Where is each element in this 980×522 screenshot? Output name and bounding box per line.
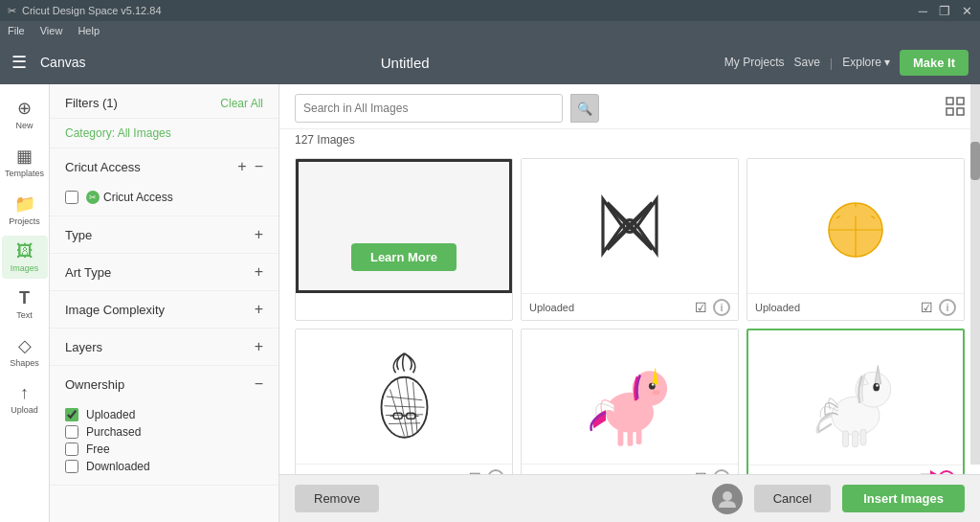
footer-label-bowtie: Uploaded bbox=[529, 302, 574, 313]
svg-line-16 bbox=[384, 406, 424, 408]
image-card-img-unicorn-white bbox=[748, 330, 963, 465]
sidebar-item-new[interactable]: ⊕ New bbox=[2, 92, 48, 136]
topnav-left: ☰ Canvas bbox=[11, 52, 85, 73]
avatar-icon bbox=[717, 488, 738, 510]
svg-rect-31 bbox=[636, 427, 642, 444]
filter-panel: Filters (1) Clear All Category: All Imag… bbox=[50, 84, 279, 522]
scrollbar-thumb[interactable] bbox=[970, 142, 980, 180]
bottom-bar: Remove Cancel Insert Images bbox=[279, 474, 980, 522]
add-type-icon[interactable]: + bbox=[255, 226, 263, 243]
minimize-icon[interactable]: ─ bbox=[919, 4, 927, 18]
select-checkbox-citrus[interactable]: ☑ bbox=[921, 300, 933, 315]
free-checkbox[interactable] bbox=[65, 443, 78, 456]
menu-file[interactable]: File bbox=[8, 25, 25, 36]
close-icon[interactable]: ✕ bbox=[962, 4, 972, 18]
filter-section-art-type-header[interactable]: Art Type + bbox=[50, 254, 278, 290]
select-checkbox-bowtie[interactable]: ☑ bbox=[695, 300, 707, 315]
projects-icon: 📁 bbox=[14, 193, 35, 215]
add-image-complexity-icon[interactable]: + bbox=[255, 301, 263, 318]
cricut-access-checkbox[interactable] bbox=[65, 191, 78, 204]
svg-rect-3 bbox=[957, 108, 964, 115]
grid-view-button[interactable] bbox=[946, 97, 965, 121]
sidebar-item-images[interactable]: 🖼 Images bbox=[2, 236, 48, 279]
image-grid: Learn More Uploaded bbox=[279, 154, 980, 522]
titlebar: ✂ Cricut Design Space v5.12.84 ─ ❐ ✕ bbox=[0, 0, 980, 21]
svg-rect-40 bbox=[853, 431, 858, 447]
pineapple-svg bbox=[368, 339, 440, 454]
image-card-learn-more: Learn More bbox=[295, 158, 513, 321]
ownership-downloaded-row: Downloaded bbox=[65, 458, 263, 475]
svg-rect-1 bbox=[957, 98, 964, 104]
free-label: Free bbox=[86, 443, 110, 456]
hamburger-menu-icon[interactable]: ☰ bbox=[11, 52, 27, 73]
image-card-unicorn-pink[interactable]: Uploaded ☑ i bbox=[521, 329, 739, 493]
image-card-unicorn-white[interactable]: Uploaded ☑ i bbox=[746, 329, 965, 493]
ownership-free-row: Free bbox=[65, 441, 263, 458]
svg-point-38 bbox=[876, 384, 879, 387]
sidebar-item-projects[interactable]: 📁 Projects bbox=[2, 188, 48, 232]
filter-section-cricut-access-header[interactable]: Cricut Access + − bbox=[50, 148, 278, 185]
info-button-bowtie[interactable]: i bbox=[713, 299, 730, 316]
menu-view[interactable]: View bbox=[40, 25, 63, 36]
text-icon: T bbox=[19, 288, 30, 308]
svg-line-17 bbox=[386, 415, 423, 416]
info-button-citrus[interactable]: i bbox=[939, 299, 956, 316]
new-icon: ⊕ bbox=[17, 98, 32, 119]
learn-more-button[interactable]: Learn More bbox=[351, 243, 457, 271]
cancel-button[interactable]: Cancel bbox=[754, 485, 831, 512]
layers-title: Layers bbox=[65, 340, 102, 354]
search-button[interactable]: 🔍 bbox=[570, 94, 599, 123]
purchased-checkbox[interactable] bbox=[65, 425, 78, 439]
filters-label: Filters (1) bbox=[65, 96, 118, 110]
my-projects-button[interactable]: My Projects bbox=[724, 56, 785, 69]
sidebar-item-text[interactable]: T Text bbox=[2, 283, 48, 326]
user-avatar bbox=[712, 484, 743, 514]
category-bar: Category: All Images bbox=[50, 119, 278, 148]
save-button[interactable]: Save bbox=[793, 56, 819, 69]
remove-button[interactable]: Remove bbox=[295, 485, 379, 512]
filter-section-type-header[interactable]: Type + bbox=[50, 216, 278, 253]
svg-line-15 bbox=[386, 397, 422, 400]
search-input[interactable] bbox=[295, 94, 563, 123]
filter-section-type: Type + bbox=[50, 216, 278, 254]
ownership-uploaded-row: Uploaded bbox=[65, 406, 263, 423]
remove-ownership-icon[interactable]: − bbox=[255, 375, 263, 393]
svg-rect-0 bbox=[947, 98, 953, 104]
add-art-type-icon[interactable]: + bbox=[255, 263, 263, 281]
image-card-citrus[interactable]: Uploaded ☑ i bbox=[746, 158, 965, 321]
image-card-pineapple[interactable]: Uploaded ☑ i bbox=[295, 329, 513, 493]
explore-button[interactable]: Explore ▾ bbox=[842, 56, 890, 69]
right-scrollbar[interactable] bbox=[970, 84, 980, 465]
image-card-bowtie[interactable]: Uploaded ☑ i bbox=[521, 158, 739, 321]
filter-section-ownership-header[interactable]: Ownership − bbox=[50, 366, 278, 402]
sidebar-icons: ⊕ New ▦ Templates 📁 Projects 🖼 Images T … bbox=[0, 84, 50, 522]
filter-section-art-type: Art Type + bbox=[50, 254, 278, 291]
canvas-label: Canvas bbox=[40, 55, 85, 70]
image-card-footer-bowtie: Uploaded ☑ i bbox=[522, 293, 738, 320]
filter-section-cricut-access: Cricut Access + − ✂ Cricut Access bbox=[50, 148, 278, 216]
add-cricut-access-icon[interactable]: + bbox=[237, 158, 246, 175]
insert-images-button[interactable]: Insert Images bbox=[842, 485, 965, 512]
menu-help[interactable]: Help bbox=[78, 25, 100, 36]
ownership-purchased-row: Purchased bbox=[65, 423, 263, 441]
grid-icon bbox=[946, 97, 965, 116]
downloaded-checkbox[interactable] bbox=[65, 460, 78, 473]
filter-section-layers: Layers + bbox=[50, 329, 278, 366]
main-layout: ⊕ New ▦ Templates 📁 Projects 🖼 Images T … bbox=[0, 84, 980, 522]
sidebar-item-label-upload: Upload bbox=[11, 405, 38, 415]
app-title: Cricut Design Space v5.12.84 bbox=[22, 5, 162, 16]
clear-all-button[interactable]: Clear All bbox=[220, 97, 263, 110]
filter-section-image-complexity-header[interactable]: Image Complexity + bbox=[50, 291, 278, 328]
maximize-icon[interactable]: ❐ bbox=[939, 4, 950, 18]
make-it-button[interactable]: Make It bbox=[900, 50, 969, 76]
sidebar-item-upload[interactable]: ↑ Upload bbox=[2, 377, 48, 420]
image-card-img-pineapple bbox=[296, 329, 512, 464]
image-card-img-citrus bbox=[747, 159, 964, 293]
sidebar-item-shapes[interactable]: ◇ Shapes bbox=[2, 329, 48, 374]
filter-section-layers-header[interactable]: Layers + bbox=[50, 329, 278, 365]
uploaded-checkbox[interactable] bbox=[65, 408, 78, 421]
remove-cricut-access-icon[interactable]: − bbox=[255, 158, 263, 175]
footer-label-citrus: Uploaded bbox=[755, 302, 800, 313]
sidebar-item-templates[interactable]: ▦ Templates bbox=[2, 140, 48, 184]
add-layers-icon[interactable]: + bbox=[255, 338, 263, 355]
